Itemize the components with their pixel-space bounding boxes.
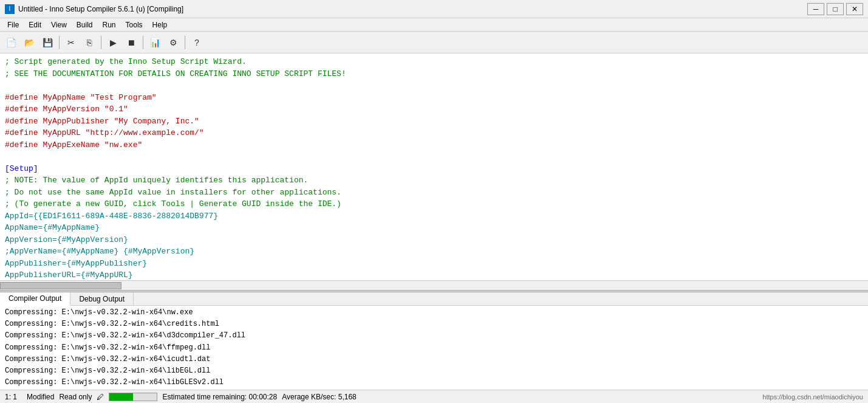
average-speed: Average KB/sec: 5,168 <box>282 393 357 401</box>
output-line: Compressing: E:\nwjs-v0.32.2-win-x64\d3d… <box>5 331 245 340</box>
output-line: Compressing: E:\nwjs-v0.32.2-win-x64\ffm… <box>5 343 210 352</box>
code-line: ; Do not use the same AppId value in ins… <box>5 188 341 197</box>
modified-indicator: Modified <box>27 393 54 401</box>
save-button[interactable]: 💾 <box>39 35 56 50</box>
code-line: #define MyAppName "Test Program" <box>5 93 157 102</box>
code-editor[interactable]: ; Script generated by the Inno Setup Scr… <box>0 53 868 280</box>
close-button[interactable]: ✕ <box>846 3 863 15</box>
stop-button[interactable]: ⏹ <box>123 35 140 50</box>
output-line: Compressing: E:\nwjs-v0.32.2-win-x64\icu… <box>5 355 210 363</box>
cut-button[interactable]: ✂ <box>63 35 80 50</box>
main-area: ; Script generated by the Inno Setup Scr… <box>0 53 868 390</box>
output-tab-1[interactable]: Debug Output <box>70 292 134 305</box>
website-link: https://blog.csdn.net/miaodichiyou <box>762 393 863 401</box>
toolbar-separator-4 <box>185 36 185 49</box>
menu-item-tools[interactable]: Tools <box>121 19 148 30</box>
menu-item-file[interactable]: File <box>2 19 24 30</box>
code-line: [Setup] <box>5 164 38 173</box>
app-icon: I <box>5 4 15 14</box>
new-button[interactable]: 📄 <box>2 35 19 50</box>
output-line: Compressing: E:\nwjs-v0.32.2-win-x64\nw.… <box>5 308 193 317</box>
code-line: #define MyAppPublisher "My Company, Inc.… <box>5 117 199 126</box>
copy-button[interactable]: ⎘ <box>81 35 98 50</box>
compile-button[interactable]: ⚙ <box>165 35 182 50</box>
code-line: AppPublisher={#MyAppPublisher} <box>5 259 147 268</box>
menu-item-edit[interactable]: Edit <box>24 19 46 30</box>
titlebar-title: Untitled - Inno Setup Compiler 5.6.1 (u)… <box>18 5 183 13</box>
progress-bar <box>109 393 157 401</box>
toolbar-separator-1 <box>59 36 60 49</box>
menu-item-view[interactable]: View <box>46 19 72 30</box>
code-line: #define MyAppVersion "0.1" <box>5 105 128 114</box>
code-line: ; (To generate a new GUID, click Tools |… <box>5 199 341 208</box>
editor-area: ; Script generated by the Inno Setup Scr… <box>0 53 868 290</box>
code-line: AppVersion={#MyAppVersion} <box>5 235 128 244</box>
code-line: ; SEE THE DOCUMENTATION FOR DETAILS ON C… <box>5 69 346 78</box>
line-col-indicator: 1: 1 <box>5 393 17 401</box>
output-line: Compressing: E:\nwjs-v0.32.2-win-x64\lib… <box>5 367 210 375</box>
code-line: AppId={{ED1F1611-689A-448E-8836-2882014D… <box>5 212 218 221</box>
hscroll-thumb[interactable] <box>0 282 121 289</box>
code-line: ; NOTE: The value of AppId uniquely iden… <box>5 176 308 185</box>
statusbar-left: 1: 1 Modified Read only 🖊 Estimated time… <box>5 393 357 401</box>
code-line: ; Script generated by the Inno Setup Scr… <box>5 57 247 66</box>
statusbar-right: https://blog.csdn.net/miaodichiyou <box>762 393 863 401</box>
menu-item-help[interactable]: Help <box>148 19 173 30</box>
output-line: Compressing: E:\nwjs-v0.32.2-win-x64\lib… <box>5 378 224 387</box>
maximize-button[interactable]: □ <box>827 3 844 15</box>
toolbar-separator-3 <box>143 36 143 49</box>
code-line: #define MyAppExeName "nw.exe" <box>5 140 142 150</box>
help-button[interactable]: ? <box>188 35 205 50</box>
output-button[interactable]: 📊 <box>146 35 163 50</box>
line-number: 1 <box>5 393 9 401</box>
estimated-time: Estimated time remaining: 00:00:28 <box>162 393 277 401</box>
menubar: FileEditViewBuildRunToolsHelp <box>0 18 868 32</box>
output-tabs: Compiler OutputDebug Output <box>0 292 868 306</box>
code-line: ;AppVerName={#MyAppName} {#MyAppVersion} <box>5 247 194 256</box>
readonly-icon: 🖊 <box>97 393 104 401</box>
statusbar: 1: 1 Modified Read only 🖊 Estimated time… <box>0 390 868 403</box>
output-panel: Compiler OutputDebug Output Compressing:… <box>0 292 868 390</box>
toolbar-separator-2 <box>101 36 101 49</box>
compile-run-button[interactable]: ▶ <box>104 35 121 50</box>
hscroll-track[interactable] <box>0 282 868 289</box>
progress-fill <box>109 393 133 401</box>
menu-item-run[interactable]: Run <box>98 19 121 30</box>
titlebar: I Untitled - Inno Setup Compiler 5.6.1 (… <box>0 0 868 18</box>
code-line: #define MyAppURL "http://www.example.com… <box>5 128 204 137</box>
open-button[interactable]: 📂 <box>21 35 38 50</box>
titlebar-controls: ─ □ ✕ <box>807 3 863 15</box>
readonly-indicator: Read only <box>59 393 92 401</box>
minimize-button[interactable]: ─ <box>807 3 824 15</box>
col-number: 1 <box>13 393 17 401</box>
horizontal-scrollbar[interactable] <box>0 280 868 290</box>
code-line: AppPublisherURL={#MyAppURL} <box>5 270 133 280</box>
output-content[interactable]: Compressing: E:\nwjs-v0.32.2-win-x64\nw.… <box>0 306 868 390</box>
output-tab-0[interactable]: Compiler Output <box>0 292 70 306</box>
menu-item-build[interactable]: Build <box>72 19 98 30</box>
output-line: Compressing: E:\nwjs-v0.32.2-win-x64\cre… <box>5 320 219 328</box>
titlebar-left: I Untitled - Inno Setup Compiler 5.6.1 (… <box>5 4 183 14</box>
toolbar: 📄 📂 💾 ✂ ⎘ ▶ ⏹ 📊 ⚙ ? <box>0 32 868 53</box>
code-line: AppName={#MyAppName} <box>5 223 100 232</box>
